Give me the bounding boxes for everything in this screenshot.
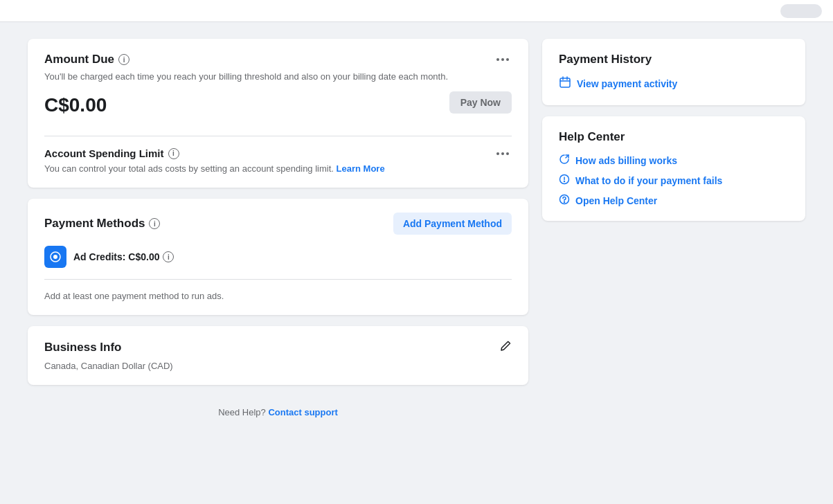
- alert-circle-icon: [559, 174, 570, 187]
- add-payment-method-button[interactable]: Add Payment Method: [393, 213, 512, 235]
- learn-more-link[interactable]: Learn More: [337, 163, 385, 174]
- ad-credits-row: Ad Credits: C$0.00 i: [44, 246, 512, 268]
- payment-history-title: Payment History: [559, 53, 789, 66]
- divider-1: [44, 136, 512, 136]
- payment-calendar-icon: [559, 76, 571, 91]
- amount-due-description: You'll be charged each time you reach yo…: [44, 71, 512, 83]
- refresh-icon: [559, 154, 570, 167]
- question-circle-icon: [559, 194, 570, 207]
- what-to-do-payment-fails-link[interactable]: What to do if your payment fails: [559, 174, 789, 187]
- payment-history-card: Payment History View payment activity: [542, 39, 805, 105]
- amount-due-menu[interactable]: [494, 55, 512, 64]
- svg-rect-2: [560, 78, 570, 87]
- left-column: Amount Due i You'll be charged each time…: [28, 39, 528, 429]
- payment-methods-title: Payment Methods i: [44, 217, 160, 231]
- svg-point-11: [564, 202, 565, 203]
- amount-due-title: Amount Due i: [44, 53, 129, 66]
- credits-svg: [49, 251, 62, 263]
- help-center-title: Help Center: [559, 130, 789, 144]
- amount-due-title-text: Amount Due: [44, 53, 114, 66]
- amount-value: C$0.00: [44, 94, 512, 116]
- no-payment-notice: Add at least one payment method to run a…: [44, 291, 512, 301]
- amount-due-info-icon[interactable]: i: [118, 54, 129, 65]
- view-payment-activity-link[interactable]: View payment activity: [559, 76, 789, 91]
- ad-credits-icon: [44, 246, 66, 268]
- open-help-center-link[interactable]: Open Help Center: [559, 194, 789, 207]
- help-links-list: How ads billing works What to do if your…: [559, 154, 789, 207]
- help-center-card: Help Center How ads billing works: [542, 116, 805, 221]
- pay-now-button[interactable]: Pay Now: [449, 91, 512, 114]
- business-info-details: Canada, Canadian Dollar (CAD): [44, 361, 512, 371]
- ad-credits-info-icon[interactable]: i: [163, 251, 174, 262]
- top-bar-pill: [780, 4, 822, 18]
- ad-credits-label: Ad Credits: C$0.00 i: [73, 251, 174, 262]
- business-info-card: Business Info Canada, Canadian Dollar (C…: [28, 326, 528, 385]
- spending-limit-description: You can control your total ads costs by …: [44, 163, 512, 174]
- svg-point-9: [564, 181, 565, 182]
- amount-due-card: Amount Due i You'll be charged each time…: [28, 39, 528, 188]
- svg-point-1: [53, 255, 57, 259]
- business-info-title: Business Info: [44, 341, 121, 354]
- payment-methods-info-icon[interactable]: i: [149, 218, 160, 229]
- contact-support-link[interactable]: Contact support: [268, 407, 337, 417]
- spending-limit-info-icon[interactable]: i: [168, 148, 179, 159]
- divider-2: [44, 279, 512, 280]
- how-ads-billing-works-link[interactable]: How ads billing works: [559, 154, 789, 167]
- footer: Need Help? Contact support: [28, 396, 528, 429]
- account-spending-limit-title: Account Spending Limit i: [44, 147, 179, 159]
- spending-limit-menu[interactable]: [494, 150, 512, 158]
- right-column: Payment History View payment activity He…: [542, 39, 805, 429]
- payment-methods-card: Payment Methods i Add Payment Method Ad …: [28, 199, 528, 315]
- edit-icon[interactable]: [499, 340, 512, 355]
